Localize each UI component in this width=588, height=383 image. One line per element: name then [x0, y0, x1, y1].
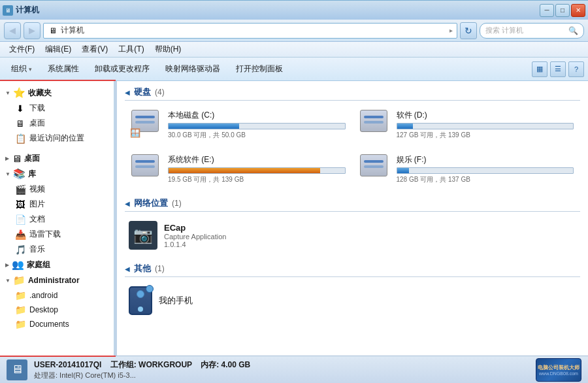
- address-dropdown-arrow[interactable]: ▸: [449, 27, 453, 34]
- sidebar-item-desktop-folder[interactable]: 📁 Desktop: [0, 303, 114, 317]
- content-area: ◀ 硬盘 (4) 🪟 本地磁盘 (C:) 30.0 G: [117, 81, 588, 356]
- menu-tools[interactable]: 工具(T): [113, 42, 149, 57]
- drive-e-item[interactable]: 系统软件 (E:) 19.5 GB 可用，共 139 GB: [127, 150, 350, 188]
- refresh-button[interactable]: ↻: [460, 22, 477, 39]
- ecap-version: 1.0.1.4: [164, 241, 226, 248]
- admin-title: Administrator: [28, 276, 80, 285]
- open-control-panel-button[interactable]: 打开控制面板: [229, 60, 290, 78]
- sidebar-favorites-header[interactable]: ▼ ⭐ 收藏夹: [0, 85, 114, 101]
- system-properties-button[interactable]: 系统属性: [41, 60, 86, 78]
- menu-view[interactable]: 查看(V): [76, 42, 113, 57]
- recent-icon: 📋: [14, 133, 26, 144]
- view-toggle-button[interactable]: ▦: [532, 61, 547, 77]
- sidebar-item-thunder[interactable]: 📥 迅雷下载: [0, 227, 114, 242]
- desktop-group-icon: 🖥: [12, 153, 22, 164]
- homegroup-title: 家庭组: [27, 259, 50, 271]
- drives-grid: 🪟 本地磁盘 (C:) 30.0 GB 可用，共 50.0 GB: [125, 106, 580, 188]
- menu-file[interactable]: 文件(F): [4, 42, 40, 57]
- processor-info: 处理器: Intel(R) Core(TM) i5-3...: [34, 371, 529, 380]
- drive-c-item[interactable]: 🪟 本地磁盘 (C:) 30.0 GB 可用，共 50.0 GB: [127, 106, 350, 144]
- harddisk-section-header: ◀ 硬盘 (4): [125, 86, 580, 101]
- harddisk-collapse-arrow[interactable]: ◀: [125, 89, 130, 96]
- minimize-button[interactable]: ─: [540, 4, 554, 17]
- menu-edit[interactable]: 编辑(E): [40, 42, 76, 57]
- video-label: 视频: [29, 184, 45, 195]
- network-section-header: ◀ 网络位置 (1): [125, 197, 580, 212]
- admin-icon: 📁: [13, 275, 25, 286]
- sidebar-item-documents[interactable]: 📄 文档: [0, 212, 114, 227]
- search-placeholder: 搜索 计算机: [485, 25, 566, 35]
- search-box[interactable]: 搜索 计算机 🔍: [480, 23, 584, 39]
- network-collapse-arrow[interactable]: ◀: [125, 200, 130, 207]
- drive-f-item[interactable]: 娱乐 (F:) 128 GB 可用，共 137 GB: [356, 150, 578, 188]
- title-bar-controls: ─ □ ✕: [540, 4, 585, 17]
- drive-d-icon: [360, 110, 387, 132]
- phone-badge: [146, 285, 154, 293]
- address-bar: ◀ ▶ 🖥 计算机 ▸ ↻ 搜索 计算机 🔍: [0, 20, 588, 42]
- homegroup-icon: 👥: [12, 259, 24, 271]
- brand-logo: 电脑公司装机大师 www.DNGB08.com: [536, 358, 581, 382]
- sidebar-item-desktop[interactable]: 🖥 桌面: [0, 116, 114, 131]
- menu-help[interactable]: 帮助(H): [150, 42, 187, 57]
- sidebar-item-download[interactable]: ⬇ 下载: [0, 101, 114, 116]
- win-flag-c: 🪟: [130, 128, 139, 137]
- drive-e-name: 系统软件 (E:): [168, 154, 346, 165]
- network-ecap-item[interactable]: 📷 ECap Capture Application 1.0.1.4: [125, 217, 580, 254]
- sidebar-item-video[interactable]: 🎬 视频: [0, 182, 114, 197]
- back-button[interactable]: ◀: [4, 22, 21, 39]
- drive-e-icon: [131, 154, 159, 176]
- ecap-subtitle: Capture Application: [164, 233, 226, 241]
- title-icon: 🖥: [3, 5, 13, 16]
- view-list-button[interactable]: ☰: [550, 61, 566, 77]
- drive-c-info: 本地磁盘 (C:) 30.0 GB 可用，共 50.0 GB: [168, 110, 346, 140]
- drive-c-size: 30.0 GB 可用，共 50.0 GB: [168, 131, 346, 140]
- drive-d-fill: [397, 124, 413, 129]
- sidebar-item-pictures[interactable]: 🖼 图片: [0, 197, 114, 212]
- libraries-title: 库: [28, 169, 36, 180]
- network-count: (1): [172, 199, 182, 208]
- harddisk-count: (4): [155, 88, 165, 97]
- sidebar-item-recent[interactable]: 📋 最近访问的位置: [0, 131, 114, 146]
- music-icon: 🎵: [14, 244, 26, 255]
- drive-e-progress: [168, 167, 346, 174]
- uninstall-button[interactable]: 卸载或更改程序: [88, 60, 157, 78]
- favorites-arrow: ▼: [5, 90, 10, 96]
- main-content: ▼ ⭐ 收藏夹 ⬇ 下载 🖥 桌面 📋 最近访问的位置 ▶ 🖥 桌面 ▼ 📚 库: [0, 81, 588, 356]
- drive-d-size: 127 GB 可用，共 139 GB: [397, 131, 574, 140]
- sidebar-admin-group[interactable]: ▼ 📁 Administrator: [0, 273, 114, 288]
- map-drive-button[interactable]: 映射网络驱动器: [158, 60, 227, 78]
- drive-d-progress: [397, 123, 574, 129]
- recent-label: 最近访问的位置: [29, 133, 84, 144]
- documents-folder-icon: 📁: [14, 319, 26, 329]
- drive-c-name: 本地磁盘 (C:): [168, 110, 346, 121]
- phone-item[interactable]: 我的手机: [125, 282, 580, 319]
- address-path-container[interactable]: 🖥 计算机 ▸: [43, 23, 457, 39]
- sidebar-item-music[interactable]: 🎵 音乐: [0, 242, 114, 257]
- desktop-folder-icon: 📁: [14, 305, 26, 315]
- sidebar-desktop-group[interactable]: ▶ 🖥 桌面: [0, 151, 114, 166]
- search-icon: 🔍: [568, 26, 578, 35]
- libraries-icon: 📚: [13, 168, 25, 180]
- sidebar-item-android[interactable]: 📁 .android: [0, 288, 114, 303]
- maximize-button[interactable]: □: [555, 4, 570, 17]
- documents-folder-label: Documents: [29, 320, 69, 329]
- drive-c-fill: [169, 124, 239, 129]
- title-bar: 🖥 计算机 ─ □ ✕: [0, 0, 588, 20]
- organize-button[interactable]: 组织: [4, 60, 39, 78]
- close-button[interactable]: ✕: [571, 4, 585, 17]
- drive-e-fill: [169, 168, 320, 173]
- sidebar-item-documents-folder[interactable]: 📁 Documents: [0, 317, 114, 331]
- video-icon: 🎬: [14, 184, 26, 195]
- pc-icon: 🖥: [7, 359, 27, 380]
- help-button[interactable]: ?: [568, 61, 584, 77]
- sidebar-libraries-group[interactable]: ▼ 📚 库: [0, 166, 114, 182]
- drive-d-name: 软件 (D:): [397, 110, 574, 121]
- drive-d-item[interactable]: 软件 (D:) 127 GB 可用，共 139 GB: [356, 106, 578, 144]
- address-text: 计算机: [61, 25, 447, 36]
- desktop-group-arrow: ▶: [5, 156, 9, 161]
- favorites-title: 收藏夹: [28, 88, 52, 99]
- forward-button[interactable]: ▶: [24, 22, 41, 39]
- ecap-icon: 📷: [129, 221, 157, 250]
- sidebar-homegroup[interactable]: ▶ 👥 家庭组: [0, 257, 114, 273]
- others-collapse-arrow[interactable]: ◀: [125, 265, 130, 273]
